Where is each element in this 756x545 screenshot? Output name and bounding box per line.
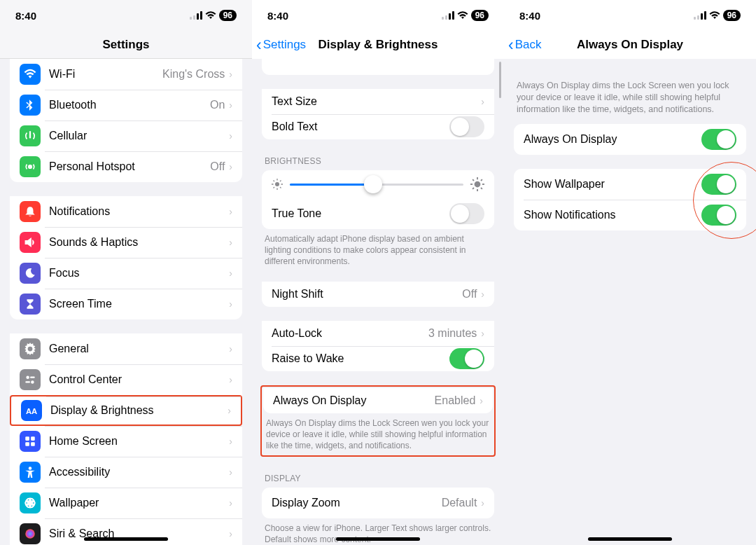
svg-rect-28 [452, 11, 454, 20]
row-screen-time[interactable]: Screen Time› [10, 289, 242, 319]
svg-line-35 [280, 187, 281, 188]
svg-rect-7 [30, 377, 35, 378]
toggle-bold-text[interactable] [449, 116, 484, 137]
row-sounds-haptics[interactable]: Sounds & Haptics› [10, 227, 242, 258]
row-label: Night Shift [272, 288, 462, 301]
toggle-aod[interactable] [701, 129, 736, 150]
chevron-right-icon: › [229, 69, 232, 80]
row-cellular[interactable]: Cellular› [10, 120, 242, 151]
svg-rect-50 [704, 11, 706, 20]
chevron-right-icon: › [481, 497, 484, 509]
home-indicator[interactable] [588, 537, 672, 541]
row-value: 3 minutes [428, 327, 477, 340]
home-indicator[interactable] [84, 537, 168, 541]
row-siri-search[interactable]: Siri & Search› [10, 518, 242, 545]
svg-rect-0 [190, 17, 192, 20]
chevron-right-icon: › [229, 528, 232, 539]
row-night-shift[interactable]: Night Shift Off › [262, 282, 494, 307]
row-auto-lock[interactable]: Auto-Lock 3 minutes › [262, 321, 494, 346]
nav-title: Display & Brightness [318, 38, 438, 52]
row-truncated[interactable]: x [262, 59, 494, 75]
row-home-screen[interactable]: Home Screen› [10, 426, 242, 457]
row-aod-master[interactable]: Always On Display [514, 124, 746, 155]
siri-icon [20, 523, 41, 544]
row-text-size[interactable]: Text Size › [262, 89, 494, 114]
row-notifications[interactable]: Notifications› [10, 196, 242, 227]
chevron-right-icon: › [229, 298, 232, 310]
back-label: Back [515, 38, 542, 52]
svg-point-6 [26, 375, 29, 379]
svg-point-21 [25, 529, 35, 539]
svg-line-37 [280, 181, 281, 182]
signal-icon [442, 11, 454, 20]
section-header-display: DISPLAY [252, 471, 504, 488]
row-label: Focus [49, 267, 229, 280]
chevron-right-icon: › [229, 268, 232, 279]
screen-settings: 8:40 96 Settings Wi-FiKing's Cross›Bluet… [0, 0, 252, 545]
status-bar: 8:40 96 [504, 0, 756, 31]
wifi-icon [205, 11, 216, 20]
hotspot-icon [20, 156, 41, 177]
svg-rect-26 [445, 15, 447, 20]
row-raise-to-wake[interactable]: Raise to Wake [262, 346, 494, 371]
screen-display-brightness: 8:40 96 ‹ Settings Display & Brightness … [252, 0, 504, 545]
status-bar: 8:40 96 [0, 0, 252, 31]
svg-point-15 [29, 467, 32, 470]
wifi-icon [709, 11, 720, 20]
nav-title: Always On Display [577, 38, 683, 52]
home-icon [20, 431, 41, 452]
back-label: Settings [263, 38, 306, 52]
nav-bar: Settings [0, 31, 252, 59]
row-control-center[interactable]: Control Center› [10, 364, 242, 395]
status-right: 96 [190, 10, 237, 21]
back-button[interactable]: ‹ Back [508, 31, 541, 59]
row-always-on-display[interactable]: Always On Display Enabled › [263, 388, 493, 413]
chevron-right-icon: › [229, 497, 232, 509]
svg-rect-2 [197, 13, 199, 20]
chevron-left-icon: ‹ [508, 37, 514, 53]
content-scroll[interactable]: Wi-FiKing's Cross›BluetoothOn›Cellular›P… [0, 59, 252, 545]
access-icon [20, 462, 41, 483]
nav-bar: ‹ Settings Display & Brightness [252, 31, 504, 59]
sound-icon [20, 232, 41, 253]
row-display-brightness[interactable]: AADisplay & Brightness› [10, 395, 242, 426]
row-wallpaper[interactable]: Wallpaper› [10, 488, 242, 518]
svg-rect-25 [442, 17, 444, 20]
svg-point-5 [29, 165, 32, 169]
bt-icon [20, 95, 41, 116]
chevron-right-icon: › [229, 130, 232, 142]
row-label: Display & Brightness [50, 404, 227, 417]
svg-point-29 [275, 182, 279, 186]
nav-title: Settings [102, 38, 149, 52]
battery-indicator: 96 [471, 10, 489, 21]
row-display-zoom[interactable]: Display Zoom Default › [262, 488, 494, 518]
back-button[interactable]: ‹ Settings [256, 31, 306, 59]
slider-thumb[interactable] [364, 175, 382, 193]
row-personal-hotspot[interactable]: Personal HotspotOff› [10, 151, 242, 182]
row-focus[interactable]: Focus› [10, 258, 242, 289]
row-bold-text[interactable]: Bold Text [262, 114, 494, 139]
cc-icon [20, 369, 41, 390]
status-time: 8:40 [15, 10, 36, 22]
toggle-true-tone[interactable] [449, 203, 484, 224]
row-general[interactable]: General› [10, 333, 242, 364]
svg-line-46 [481, 179, 482, 181]
toggle-raise-to-wake[interactable] [449, 348, 484, 369]
battery-indicator: 96 [723, 10, 741, 21]
notif-icon [20, 201, 41, 222]
row-accessibility[interactable]: Accessibility› [10, 457, 242, 488]
row-label: Bold Text [272, 120, 449, 133]
row-wi-fi[interactable]: Wi-FiKing's Cross› [10, 59, 242, 90]
svg-point-38 [475, 181, 481, 188]
content-scroll[interactable]: x Text Size › Bold Text BRIGHTNESS [252, 59, 504, 545]
aod-description: Always On Display dims the Lock Screen w… [504, 59, 756, 124]
row-bluetooth[interactable]: BluetoothOn› [10, 90, 242, 120]
brightness-slider[interactable] [290, 184, 463, 186]
svg-rect-27 [449, 13, 451, 20]
content-scroll[interactable]: Always On Display dims the Lock Screen w… [504, 59, 756, 545]
hourglass-icon [20, 294, 41, 315]
svg-line-34 [274, 181, 275, 182]
scroll-indicator[interactable] [499, 62, 501, 98]
home-indicator[interactable] [336, 537, 420, 541]
row-true-tone[interactable]: True Tone [262, 198, 494, 229]
